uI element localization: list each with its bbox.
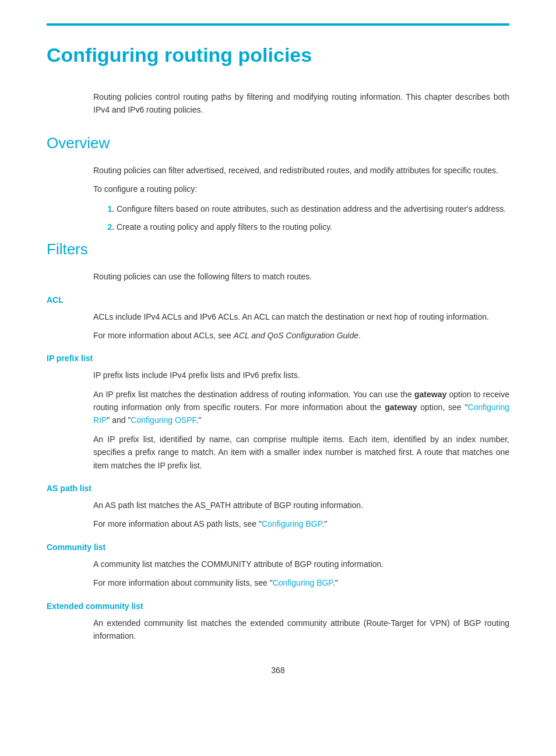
community-list-bgp-link[interactable]: Configuring BGP xyxy=(273,578,333,587)
ip-prefix-list-gateway1: gateway xyxy=(414,390,446,399)
ip-prefix-list-para2: An IP prefix list matches the destinatio… xyxy=(93,388,509,427)
community-list-para2-suffix: ." xyxy=(333,578,338,587)
overview-step-2-text: Create a routing policy and apply filter… xyxy=(117,222,332,232)
acl-para2-prefix: For more information about ACLs, see xyxy=(93,331,233,340)
page: Configuring routing policies Routing pol… xyxy=(0,0,556,756)
as-path-list-bgp-link[interactable]: Configuring BGP xyxy=(262,519,322,528)
overview-step-1: Configure filters based on route attribu… xyxy=(117,202,509,215)
community-list-subsection: Community list A community list matches … xyxy=(47,542,509,590)
ip-prefix-list-para2-suffix: ." xyxy=(196,415,201,425)
community-list-content: A community list matches the COMMUNITY a… xyxy=(93,558,509,590)
acl-subsection: ACL ACLs include IPv4 ACLs and IPv6 ACLs… xyxy=(47,295,509,342)
extended-community-list-para1: An extended community list matches the e… xyxy=(93,617,509,643)
ip-prefix-list-and: " and " xyxy=(107,415,131,425)
overview-content: Routing policies can filter advertised, … xyxy=(93,164,509,196)
filters-section: Filters Routing policies can use the fol… xyxy=(47,240,509,642)
overview-section: Overview Routing policies can filter adv… xyxy=(47,134,509,234)
as-path-list-para2-prefix: For more information about AS path lists… xyxy=(93,519,262,528)
intro-text: Routing policies control routing paths b… xyxy=(93,90,509,117)
ip-prefix-list-para3: An IP prefix list, identified by name, c… xyxy=(93,433,509,472)
page-number: 368 xyxy=(47,666,509,675)
community-list-para2: For more information about community lis… xyxy=(93,576,509,589)
acl-para1: ACLs include IPv4 ACLs and IPv6 ACLs. An… xyxy=(93,310,509,323)
ip-prefix-list-content: IP prefix lists include IPv4 prefix list… xyxy=(93,369,509,472)
acl-para2: For more information about ACLs, see ACL… xyxy=(93,329,509,342)
ip-prefix-list-para2-prefix: An IP prefix list matches the destinatio… xyxy=(93,390,414,399)
acl-para2-suffix: . xyxy=(358,331,361,340)
as-path-list-content: An AS path list matches the AS_PATH attr… xyxy=(93,499,509,531)
extended-community-list-subsection: Extended community list An extended comm… xyxy=(47,601,509,643)
community-list-heading: Community list xyxy=(47,542,509,552)
ip-prefix-list-para1: IP prefix lists include IPv4 prefix list… xyxy=(93,369,509,382)
ip-prefix-list-gateway2: gateway xyxy=(385,402,417,412)
as-path-list-subsection: AS path list An AS path list matches the… xyxy=(47,484,509,531)
overview-steps: Configure filters based on route attribu… xyxy=(105,202,509,233)
ip-prefix-list-heading: IP prefix list xyxy=(47,354,509,363)
filters-intro-text: Routing policies can use the following f… xyxy=(93,270,509,283)
ip-prefix-list-ospf-link[interactable]: Configuring OSPF xyxy=(131,415,196,425)
overview-step-1-text: Configure filters based on route attribu… xyxy=(117,204,506,214)
acl-para2-link: ACL and QoS Configuration Guide xyxy=(233,331,358,340)
overview-step-2: Create a routing policy and apply filter… xyxy=(117,220,509,233)
ip-prefix-list-para2-mid2: option, see " xyxy=(417,402,467,412)
extended-community-list-heading: Extended community list xyxy=(47,601,509,611)
community-list-para2-prefix: For more information about community lis… xyxy=(93,578,273,587)
extended-community-list-content: An extended community list matches the e… xyxy=(93,617,509,643)
ip-prefix-list-subsection: IP prefix list IP prefix lists include I… xyxy=(47,354,509,472)
acl-content: ACLs include IPv4 ACLs and IPv6 ACLs. An… xyxy=(93,310,509,342)
top-border xyxy=(47,23,509,26)
filters-intro: Routing policies can use the following f… xyxy=(93,270,509,283)
as-path-list-para2: For more information about AS path lists… xyxy=(93,517,509,530)
as-path-list-para1: An AS path list matches the AS_PATH attr… xyxy=(93,499,509,512)
filters-heading: Filters xyxy=(47,240,509,258)
acl-heading: ACL xyxy=(47,295,509,304)
overview-para2: To configure a routing policy: xyxy=(93,183,509,195)
overview-heading: Overview xyxy=(47,134,509,152)
as-path-list-heading: AS path list xyxy=(47,484,509,493)
page-title: Configuring routing policies xyxy=(47,43,509,67)
overview-para1: Routing policies can filter advertised, … xyxy=(93,164,509,177)
community-list-para1: A community list matches the COMMUNITY a… xyxy=(93,558,509,570)
as-path-list-para2-suffix: ." xyxy=(322,519,327,528)
